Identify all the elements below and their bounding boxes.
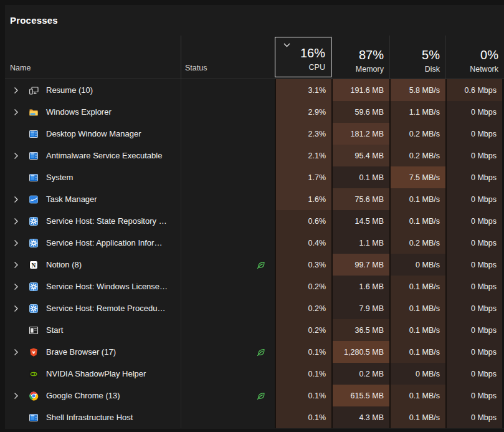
memory-value: 75.6 MB — [331, 188, 389, 210]
expand-chevron-icon[interactable] — [14, 392, 21, 400]
column-header-name-label: Name — [10, 64, 31, 72]
process-name-cell: Shell Infrastructure Host — [5, 406, 181, 428]
column-header-cpu[interactable]: 16% CPU — [275, 37, 331, 77]
disk-value: 0.2 MB/s — [389, 232, 445, 254]
window-icon — [29, 129, 39, 139]
process-name: NVIDIA ShadowPlay Helper — [46, 369, 146, 378]
table-row[interactable]: Notion (8) 0.3% 99.7 MB 0 MB/s 0 Mbps — [5, 254, 504, 276]
window-icon — [29, 173, 39, 183]
nvidia-icon — [29, 369, 39, 379]
status-cell — [181, 232, 275, 254]
column-header-network[interactable]: 0% Network — [445, 36, 504, 79]
folder-icon — [29, 107, 39, 117]
memory-column-label: Memory — [356, 65, 384, 74]
status-cell — [181, 145, 275, 166]
cpu-value: 0.6% — [275, 210, 331, 232]
expand-chevron-icon[interactable] — [14, 305, 21, 312]
column-header-disk[interactable]: 5% Disk — [389, 36, 445, 79]
status-cell — [181, 188, 275, 210]
process-name-cell: Service Host: State Repository … — [5, 210, 181, 232]
memory-value: 181.2 MB — [331, 123, 389, 145]
expand-chevron-icon[interactable] — [14, 108, 21, 116]
table-row[interactable]: Start 0.2% 36.5 MB 0.1 MB/s 0 Mbps — [5, 319, 504, 341]
table-row[interactable]: Service Host: Remote Procedu… 0.2% 7.9 M… — [5, 297, 504, 319]
status-cell — [181, 210, 275, 232]
table-row[interactable]: Resume (10) 3.1% 191.6 MB 5.8 MB/s 0.6 M… — [5, 79, 504, 101]
window-icon — [29, 151, 39, 161]
table-row[interactable]: Shell Infrastructure Host 0.1% 4.3 MB 0.… — [5, 406, 504, 428]
column-header-name[interactable]: Name — [5, 36, 181, 79]
memory-value: 1.1 MB — [331, 232, 389, 254]
memory-total-percent: 87% — [359, 49, 384, 62]
network-column-label: Network — [470, 65, 498, 74]
table-row[interactable]: NVIDIA ShadowPlay Helper 0.1% 0.2 MB 0 M… — [5, 363, 504, 385]
table-row[interactable]: Task Manager 1.6% 75.6 MB 0.1 MB/s 0 Mbp… — [5, 188, 504, 210]
gear-icon — [29, 304, 39, 314]
disk-value: 0.1 MB/s — [389, 341, 445, 363]
table-row[interactable]: Service Host: Windows License… 0.2% 1.6 … — [5, 276, 504, 297]
table-row[interactable]: Service Host: Application Infor… 0.4% 1.… — [5, 232, 504, 254]
gear-icon — [29, 282, 39, 292]
process-name-cell: Service Host: Application Infor… — [5, 232, 181, 254]
network-value: 0 Mbps — [445, 166, 504, 188]
cpu-value: 1.7% — [275, 166, 331, 188]
window-icon — [29, 413, 39, 423]
table-row[interactable]: Google Chrome (13) 0.1% 615.5 MB 0.1 MB/… — [5, 385, 504, 406]
cpu-value: 0.1% — [275, 406, 331, 428]
cpu-column-label: CPU — [309, 63, 325, 72]
network-value: 0.6 Mbps — [445, 79, 504, 101]
cpu-total-percent: 16% — [300, 47, 325, 60]
cpu-value: 0.2% — [275, 297, 331, 319]
process-name: Google Chrome (13) — [46, 391, 120, 400]
disk-value: 0.1 MB/s — [389, 210, 445, 232]
expand-chevron-icon[interactable] — [14, 218, 21, 225]
table-row[interactable]: Service Host: State Repository … 0.6% 14… — [5, 210, 504, 232]
table-row[interactable]: System 1.7% 0.1 MB 7.5 MB/s 0 Mbps — [5, 166, 504, 188]
status-cell — [181, 101, 275, 123]
process-name: Antimalware Service Executable — [46, 151, 162, 160]
process-name: Service Host: Application Infor… — [46, 238, 162, 247]
processes-page: Processes Name Status 16% CPU 87% Memory… — [5, 5, 504, 429]
table-row[interactable]: Desktop Window Manager 2.3% 181.2 MB 0.2… — [5, 123, 504, 145]
gear-icon — [29, 216, 39, 226]
expand-chevron-icon[interactable] — [14, 196, 21, 203]
cpu-value: 3.1% — [275, 79, 331, 101]
expand-chevron-icon[interactable] — [14, 348, 21, 356]
memory-value: 4.3 MB — [331, 406, 389, 428]
cpu-value: 0.4% — [275, 232, 331, 254]
status-cell — [181, 166, 275, 188]
page-title: Processes — [10, 15, 58, 26]
process-name: Start — [46, 325, 63, 335]
expand-chevron-icon[interactable] — [14, 283, 21, 290]
memory-value: 191.6 MB — [331, 79, 389, 101]
disk-value: 0.2 MB/s — [389, 145, 445, 166]
disk-value: 0 MB/s — [389, 254, 445, 276]
cpu-value: 0.1% — [275, 363, 331, 385]
table-row[interactable]: Antimalware Service Executable 2.1% 95.4… — [5, 145, 504, 166]
table-row[interactable]: Brave Browser (17) 0.1% 1,280.5 MB 0.1 M… — [5, 341, 504, 363]
disk-value: 5.8 MB/s — [389, 79, 445, 101]
network-value: 0 Mbps — [445, 101, 504, 123]
network-value: 0 Mbps — [445, 123, 504, 145]
network-value: 0 Mbps — [445, 341, 504, 363]
process-name: Service Host: State Repository … — [46, 216, 167, 226]
disk-value: 0.1 MB/s — [389, 297, 445, 319]
cpu-value: 2.9% — [275, 101, 331, 123]
task-manager-window: { "window": { "title": "Processes" }, "t… — [0, 0, 504, 432]
network-value: 0 Mbps — [445, 363, 504, 385]
process-name-cell: Notion (8) — [5, 254, 181, 276]
memory-value: 0.2 MB — [331, 363, 389, 385]
sort-chevron-down-icon — [283, 43, 290, 47]
expand-chevron-icon[interactable] — [14, 261, 21, 269]
expand-chevron-icon[interactable] — [14, 87, 21, 94]
expand-chevron-icon[interactable] — [14, 239, 21, 247]
expand-chevron-icon[interactable] — [14, 152, 21, 160]
process-name: Windows Explorer — [46, 107, 112, 117]
table-row[interactable]: Windows Explorer 2.9% 59.6 MB 1.1 MB/s 0… — [5, 101, 504, 123]
column-header-status[interactable]: Status — [181, 36, 275, 79]
cpu-value: 0.2% — [275, 276, 331, 297]
memory-value: 95.4 MB — [331, 145, 389, 166]
process-name: System — [46, 173, 73, 182]
disk-value: 1.1 MB/s — [389, 101, 445, 123]
column-header-memory[interactable]: 87% Memory — [331, 36, 389, 79]
